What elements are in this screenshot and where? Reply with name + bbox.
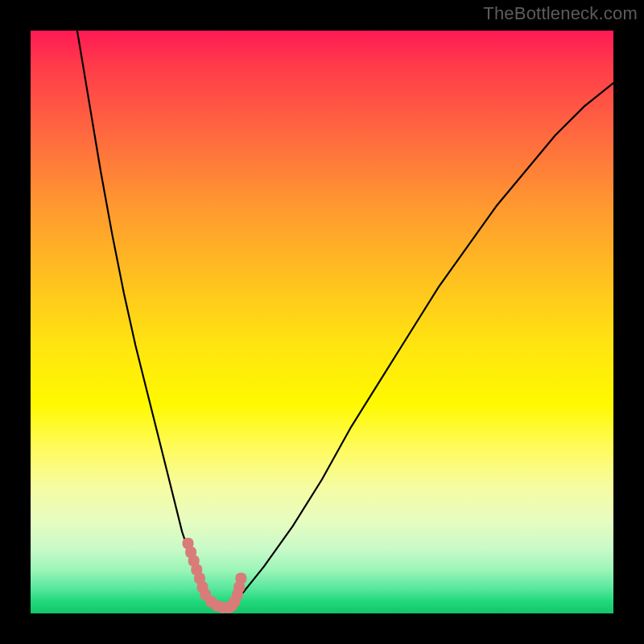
watermark-text: TheBottleneck.com: [483, 3, 638, 24]
highlight-dot: [235, 573, 246, 584]
curve-path: [77, 31, 613, 608]
chart-svg: [31, 31, 613, 613]
chart-frame: TheBottleneck.com: [0, 0, 644, 644]
plot-area: [31, 31, 613, 613]
highlight-dots: [183, 538, 247, 613]
